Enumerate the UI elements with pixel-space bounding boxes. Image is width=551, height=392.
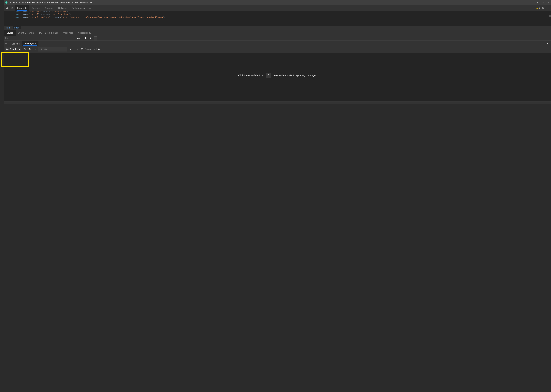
svg-point-10 — [543, 7, 544, 8]
elements-dom-tree[interactable]: <meta name="page_type" content="conceptu… — [4, 11, 551, 26]
svg-rect-16 — [34, 50, 36, 50]
inspect-element-icon[interactable] — [4, 5, 9, 11]
svg-point-11 — [547, 8, 547, 8]
svg-point-12 — [548, 8, 548, 8]
coverage-empty-state: Click the refresh button to refresh and … — [4, 53, 551, 101]
tab-sources[interactable]: Sources — [43, 5, 56, 11]
coverage-granularity-dropdown[interactable]: Per function ▼ — [5, 48, 21, 51]
drawer-more-icon[interactable]: ⋯ — [4, 42, 9, 45]
drawer-resize-handle[interactable] — [4, 101, 551, 105]
dom-scrollbar[interactable] — [549, 15, 551, 17]
warning-icon: ▲ — [536, 7, 538, 9]
tab-styles[interactable]: Styles — [4, 30, 15, 36]
cls-toggle[interactable]: .cls — [83, 37, 87, 39]
feedback-icon[interactable] — [541, 7, 545, 9]
drawer-tab-console[interactable]: Console — [9, 41, 22, 46]
window-title: DevTools - docs.microsoft.com/en-us/micr… — [9, 1, 535, 4]
window-minimize-button[interactable] — [535, 0, 540, 5]
dom-line[interactable]: <meta name="toc_rel" content="../../toc.… — [15, 13, 549, 16]
tab-sources-label: Sources — [45, 7, 53, 9]
export-button[interactable] — [33, 48, 37, 51]
styles-filter-input[interactable] — [4, 36, 74, 41]
dom-line[interactable]: <meta name="pdf_url_template" content="h… — [15, 16, 549, 19]
tab-network[interactable]: Network — [56, 5, 70, 11]
chevron-down-icon: ▼ — [77, 49, 78, 50]
tab-event-listeners[interactable]: Event Listeners — [15, 30, 37, 36]
tab-properties[interactable]: Properties — [60, 30, 76, 36]
title-bar: DevTools - docs.microsoft.com/en-us/micr… — [4, 0, 551, 5]
tab-performance[interactable]: Performance — [70, 5, 88, 11]
devtools-app-icon — [5, 1, 7, 4]
drawer-tab-coverage[interactable]: Coverage ✕ — [22, 41, 38, 46]
tab-elements-label: Elements — [17, 7, 27, 9]
svg-point-2 — [7, 2, 7, 2]
checkbox-icon — [81, 48, 83, 50]
clear-button[interactable] — [28, 48, 32, 51]
window-close-button[interactable] — [545, 0, 551, 5]
coverage-url-filter-input[interactable] — [38, 47, 67, 51]
styles-toolbar: :hov .cls + — [4, 36, 551, 41]
elements-breadcrumb: html body — [4, 26, 551, 30]
svg-line-15 — [29, 49, 30, 50]
styles-scrollbar[interactable] — [94, 36, 97, 41]
issues-badge[interactable]: ▲ 6 — [536, 7, 540, 9]
tab-console[interactable]: Console — [29, 5, 43, 11]
drawer-close-icon[interactable]: ✕ — [545, 42, 550, 45]
window-system-buttons — [535, 0, 551, 5]
elements-side-tabs: Styles Event Listeners DOM Breakpoints P… — [4, 30, 551, 36]
svg-rect-7 — [6, 7, 7, 8]
dom-line[interactable]: <meta name="page_type" content="conceptu… — [15, 11, 549, 13]
refresh-button[interactable] — [266, 73, 271, 78]
svg-rect-4 — [542, 2, 544, 3]
main-toolbar: Elements Console Sources Network Perform… — [4, 5, 551, 11]
drawer-tabs: ⋯ Console Coverage ✕ ✕ — [4, 41, 551, 46]
svg-point-13 — [549, 8, 549, 8]
hov-toggle[interactable]: :hov — [75, 37, 80, 39]
issues-count: 6 — [538, 7, 540, 9]
coverage-hint-left: Click the refresh button — [238, 74, 263, 77]
devtools-window: DevTools - docs.microsoft.com/en-us/micr… — [4, 0, 551, 105]
coverage-toolbar: Per function ▼ All ▼ Content scripts — [4, 46, 551, 53]
new-style-rule-button[interactable]: + — [90, 37, 91, 40]
tab-network-label: Network — [58, 7, 67, 9]
content-scripts-checkbox[interactable]: Content scripts — [81, 48, 100, 50]
reload-button[interactable] — [23, 48, 27, 51]
tab-performance-label: Performance — [72, 7, 85, 9]
device-toolbar-icon[interactable] — [9, 5, 15, 11]
tab-accessibility[interactable]: Accessibility — [76, 30, 94, 36]
tabs-overflow-button[interactable]: » — [88, 7, 92, 9]
coverage-type-dropdown[interactable]: All ▼ — [68, 48, 80, 50]
tab-elements[interactable]: Elements — [15, 5, 29, 11]
window-maximize-button[interactable] — [540, 0, 545, 5]
breadcrumb-html[interactable]: html — [5, 26, 13, 29]
close-tab-icon[interactable]: ✕ — [35, 42, 36, 44]
tab-dom-breakpoints[interactable]: DOM Breakpoints — [37, 30, 60, 36]
more-options-icon[interactable] — [545, 7, 550, 9]
breadcrumb-body[interactable]: body — [13, 26, 21, 29]
chevron-down-icon: ▼ — [19, 49, 20, 50]
svg-point-1 — [6, 2, 6, 2]
tab-console-label: Console — [32, 7, 40, 9]
coverage-hint-right: to refresh and start capturing coverage. — [274, 74, 316, 77]
styles-toggles: :hov .cls + — [74, 36, 93, 41]
svg-rect-9 — [12, 7, 13, 9]
